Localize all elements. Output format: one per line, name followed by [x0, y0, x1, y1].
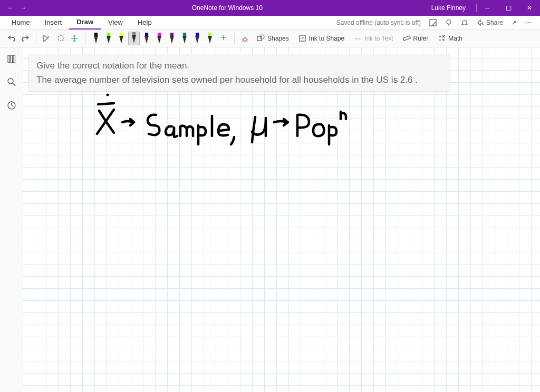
- drawing-canvas[interactable]: Give the correct notation for the mean. …: [23, 47, 540, 392]
- minimize-button[interactable]: ─: [477, 0, 498, 16]
- cursor-text-icon: T: [43, 34, 51, 43]
- tab-insert[interactable]: Insert: [37, 16, 70, 30]
- lasso-select-button[interactable]: +: [54, 32, 67, 45]
- add-pen-button[interactable]: +: [217, 32, 230, 45]
- svg-marker-17: [119, 36, 123, 40]
- svg-marker-33: [184, 40, 186, 44]
- shapes-icon: [257, 34, 265, 42]
- fullscreen-icon: [429, 19, 437, 26]
- nav-back-button[interactable]: ←: [4, 4, 17, 12]
- fullscreen-button[interactable]: [425, 19, 441, 26]
- svg-line-56: [13, 83, 15, 86]
- svg-marker-14: [107, 36, 111, 40]
- expand-arrow-button[interactable]: ↗: [507, 19, 521, 26]
- pan-button[interactable]: [68, 32, 81, 45]
- svg-line-59: [12, 105, 14, 106]
- window-titlebar: ← → OneNote for Windows 10 Luke Finney ─…: [0, 0, 540, 16]
- svg-marker-12: [95, 40, 97, 44]
- svg-marker-20: [132, 35, 136, 39]
- math-button[interactable]: Math: [433, 32, 467, 45]
- math-icon: [438, 34, 446, 42]
- undo-button[interactable]: [5, 32, 18, 45]
- svg-marker-36: [196, 40, 198, 44]
- pen-icon: [168, 33, 176, 44]
- maximize-button[interactable]: ▢: [498, 0, 519, 16]
- pen-4[interactable]: [141, 32, 152, 45]
- ruler-label: Ruler: [413, 35, 429, 42]
- pen-icon: [92, 33, 100, 44]
- clock-icon: [7, 101, 16, 110]
- svg-marker-26: [157, 36, 161, 40]
- ink-to-text-label: Ink to Text: [364, 35, 393, 42]
- workspace: Give the correct notation for the mean. …: [0, 47, 540, 392]
- share-icon: [477, 19, 484, 26]
- shapes-button[interactable]: Shapes: [253, 32, 293, 45]
- svg-line-1: [432, 22, 436, 26]
- shapes-label: Shapes: [267, 35, 289, 42]
- left-rail: [0, 47, 23, 392]
- svg-marker-27: [158, 40, 160, 44]
- svg-rect-22: [145, 33, 148, 36]
- toolbar-separator: [36, 33, 36, 44]
- pen-icon: [194, 33, 201, 44]
- pen-0[interactable]: [90, 32, 102, 45]
- lightbulb-button[interactable]: [441, 19, 457, 26]
- pen-3[interactable]: [128, 32, 140, 45]
- pen-7[interactable]: [179, 32, 190, 45]
- svg-rect-53: [11, 55, 13, 63]
- tab-home[interactable]: Home: [4, 16, 37, 30]
- share-button[interactable]: Share: [472, 19, 507, 26]
- tab-help[interactable]: Help: [130, 16, 159, 30]
- tab-draw[interactable]: Draw: [69, 16, 101, 30]
- redo-button[interactable]: [19, 32, 32, 45]
- ruler-button[interactable]: Ruler: [399, 32, 433, 45]
- eraser-icon: [241, 34, 249, 43]
- recent-button[interactable]: [5, 99, 18, 112]
- svg-marker-21: [133, 39, 135, 43]
- note-text-line1: Give the correct notation for the mean.: [36, 58, 442, 73]
- pen-9[interactable]: [204, 32, 216, 45]
- pen-5[interactable]: [153, 32, 165, 45]
- pen-1[interactable]: [103, 32, 114, 45]
- pen-2[interactable]: [115, 32, 127, 45]
- svg-rect-54: [13, 55, 15, 63]
- lightbulb-icon: [445, 19, 452, 26]
- svg-marker-23: [144, 36, 149, 40]
- search-button[interactable]: [5, 76, 18, 89]
- svg-marker-15: [108, 40, 110, 44]
- pen-6[interactable]: [166, 32, 178, 45]
- pen-8[interactable]: [191, 32, 203, 45]
- text-mode-button[interactable]: T: [41, 32, 53, 45]
- note-container[interactable]: Give the correct notation for the mean. …: [28, 54, 450, 92]
- svg-rect-19: [132, 32, 136, 35]
- svg-rect-10: [94, 33, 98, 36]
- notebooks-button[interactable]: [5, 53, 18, 65]
- svg-rect-52: [8, 55, 10, 63]
- tab-view[interactable]: View: [101, 16, 130, 30]
- ink-to-shape-label: Ink to Shape: [309, 35, 344, 42]
- close-button[interactable]: ✕: [519, 0, 540, 16]
- ink-to-shape-button[interactable]: Ink to Shape: [294, 32, 349, 45]
- svg-marker-29: [170, 36, 174, 40]
- eraser-button[interactable]: [239, 32, 252, 45]
- notebooks-icon: [7, 54, 16, 64]
- nav-forward-button[interactable]: →: [17, 4, 30, 12]
- svg-marker-11: [94, 36, 98, 40]
- math-label: Math: [448, 35, 462, 42]
- svg-rect-34: [196, 33, 199, 36]
- svg-rect-25: [158, 33, 161, 36]
- notification-button[interactable]: [457, 19, 472, 26]
- pen-icon: [206, 33, 214, 44]
- pen-icon: [105, 33, 112, 44]
- svg-marker-18: [120, 40, 122, 44]
- autosave-status: Saved offline (auto sync is off): [336, 19, 425, 26]
- more-button[interactable]: ⋯: [521, 19, 536, 26]
- svg-rect-16: [120, 33, 123, 36]
- ribbon-tabs: Home Insert Draw View Help Saved offline…: [0, 16, 540, 30]
- svg-point-2: [447, 19, 451, 24]
- handwriting-ink: [76, 90, 350, 153]
- svg-marker-35: [195, 36, 199, 40]
- app-title: OneNote for Windows 10: [34, 4, 421, 12]
- user-name[interactable]: Luke Finney: [421, 4, 476, 12]
- pen-icon: [181, 33, 188, 44]
